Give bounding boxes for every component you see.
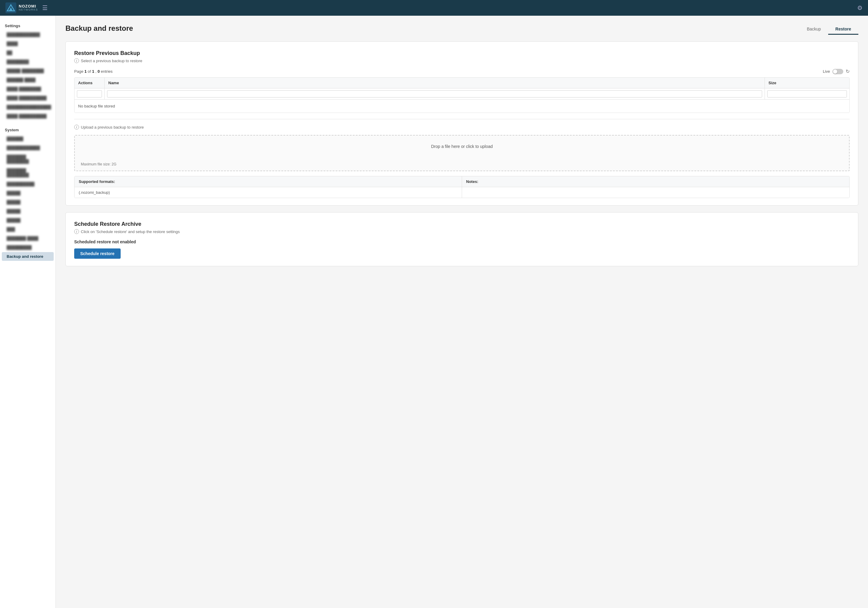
live-label: Live [823,69,830,74]
main-content: Backup and restore Backup Restore Restor… [56,16,868,608]
formats-body: (.nozomi_backup) [74,187,849,198]
sidebar-item-sys-5[interactable]: ██████████ [2,180,54,188]
formats-header-supported: Supported formats: [74,176,462,187]
upload-text: Drop a file here or click to upload [431,144,493,149]
info-icon-1: i [74,58,79,63]
live-toggle: Live ↻ [823,68,849,74]
schedule-restore-button[interactable]: Schedule restore [74,249,121,259]
sidebar-item-sys-7[interactable]: █████ [2,198,54,207]
backup-table: Actions Name Size No backup f [74,77,849,113]
sidebar-item-9[interactable]: ████████████████ [2,103,54,111]
filter-name-input[interactable] [107,90,762,98]
sidebar-item-6[interactable]: ██████ ████ [2,75,54,84]
tab-restore[interactable]: Restore [828,24,858,35]
upload-subtitle: i Upload a previous backup to restore [74,125,849,129]
page-num: 1 [84,69,87,74]
sidebar-item-sys-9[interactable]: █████ [2,216,54,225]
sidebar-item-sys-12[interactable]: █████████ [2,243,54,252]
restore-card: Restore Previous Backup i Select a previ… [65,41,858,205]
sidebar-item-sys-11[interactable]: ███████ ████ [2,234,54,243]
section-divider [74,119,849,119]
filter-actions-input[interactable] [77,90,102,98]
sidebar: Settings ████████████ ████ ██ ████████ █… [0,16,56,608]
tab-backup[interactable]: Backup [800,24,828,35]
pagination-bar: Page 1 of 1 , 0 entries Live ↻ [74,68,849,74]
filter-size [765,89,849,100]
system-section-label: System [0,125,56,134]
live-toggle-track[interactable] [832,69,843,74]
upload-area[interactable]: Drop a file here or click to upload Maxi… [74,135,849,171]
restore-card-subtitle: i Select a previous backup to restore [74,58,849,63]
schedule-card: Schedule Restore Archive i Click on 'Sch… [65,212,858,266]
sidebar-item-sys-10[interactable]: ███ [2,225,54,234]
schedule-card-subtitle: i Click on 'Schedule restore' and setup … [74,229,849,234]
formats-body-supported: (.nozomi_backup) [74,187,462,198]
formats-header-notes: Notes: [462,176,849,187]
filter-actions [74,89,105,100]
sidebar-item-2[interactable]: ████ [2,39,54,48]
upload-size: Maximum file size: 2G [81,153,116,166]
table-empty-message: No backup file stored [74,100,849,113]
sidebar-item-8[interactable]: ████ ██████████ [2,93,54,102]
logo: NOZOMI NETWORKS [5,2,38,13]
page-total: 1 [92,69,94,74]
page-header: Backup and restore Backup Restore [65,24,858,35]
topnav-left: NOZOMI NETWORKS ☰ [5,2,48,13]
filter-name [105,89,765,100]
sidebar-item-sys-6[interactable]: █████ [2,189,54,197]
tabs: Backup Restore [800,24,858,35]
hamburger-icon[interactable]: ☰ [42,4,48,11]
app-body: Settings ████████████ ████ ██ ████████ █… [0,16,868,608]
settings-gear-button[interactable]: ⚙ [857,4,863,11]
formats-header: Supported formats: Notes: [74,176,849,187]
sidebar-item-sys-8[interactable]: █████ [2,207,54,216]
sidebar-item-sys-4[interactable]: ███████ ████████ [2,166,54,179]
live-toggle-thumb [833,70,837,74]
info-icon-3: i [74,229,79,234]
refresh-icon[interactable]: ↻ [846,68,849,74]
settings-section-label: Settings [0,20,56,30]
sidebar-item-7[interactable]: ████ ████████ [2,84,54,93]
table-header: Actions Name Size [74,78,849,89]
sidebar-item-4[interactable]: ████████ [2,58,54,66]
sidebar-item-sys-3[interactable]: ███████ ████████ [2,152,54,166]
schedule-status: Scheduled restore not enabled [74,239,849,244]
restore-card-title: Restore Previous Backup [74,50,849,56]
info-icon-2: i [74,125,79,129]
upload-subtitle-text: Upload a previous backup to restore [81,125,144,129]
sidebar-item-backup-restore[interactable]: Backup and restore [2,252,54,261]
sidebar-item-1[interactable]: ████████████ [2,30,54,39]
th-actions: Actions [74,78,105,88]
logo-text: NOZOMI NETWORKS [19,4,38,11]
entries-count: 0 [98,69,99,74]
sidebar-item-5[interactable]: █████ ████████ [2,67,54,75]
filter-size-input[interactable] [767,90,847,98]
page-title: Backup and restore [65,24,133,33]
restore-subtitle-text: Select a previous backup to restore [81,59,143,63]
formats-table: Supported formats: Notes: (.nozomi_backu… [74,176,849,198]
sidebar-item-sys-1[interactable]: ██████ [2,134,54,143]
logo-name: NOZOMI [19,4,38,8]
formats-body-notes [462,187,849,198]
schedule-card-title: Schedule Restore Archive [74,221,849,227]
sidebar-item-10[interactable]: ████ ██████████ [2,112,54,120]
sidebar-item-sys-2[interactable]: ████████████ [2,143,54,152]
schedule-subtitle-text: Click on 'Schedule restore' and setup th… [81,229,180,234]
sidebar-item-3[interactable]: ██ [2,48,54,57]
table-filters [74,89,849,100]
logo-icon [5,2,16,13]
th-name: Name [105,78,765,88]
th-size: Size [765,78,849,88]
pagination-text: Page 1 of 1 , 0 entries [74,69,113,74]
topnav: NOZOMI NETWORKS ☰ ⚙ [0,0,868,16]
logo-sub: NETWORKS [19,8,38,11]
